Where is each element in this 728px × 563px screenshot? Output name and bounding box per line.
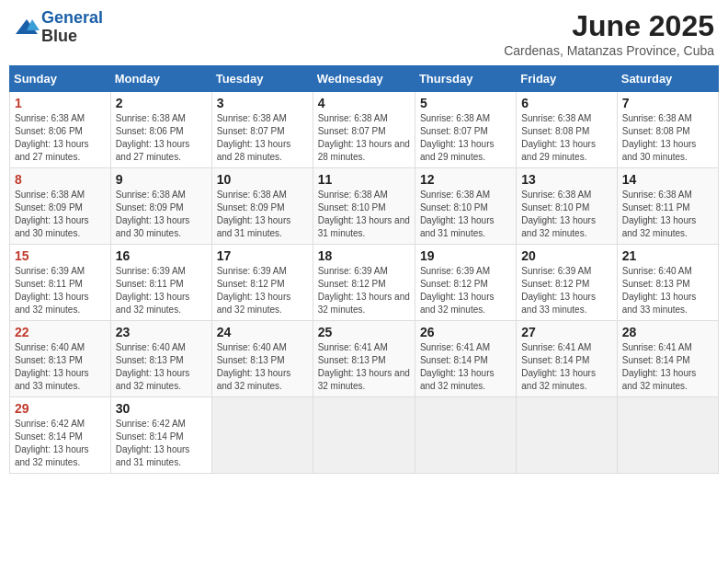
day-info: Sunrise: 6:38 AM Sunset: 8:11 PM Dayligh…	[622, 189, 713, 240]
calendar-day-cell: 2 Sunrise: 6:38 AM Sunset: 8:06 PM Dayli…	[110, 92, 211, 168]
calendar-day-cell: 9 Sunrise: 6:38 AM Sunset: 8:09 PM Dayli…	[110, 168, 211, 245]
calendar-day-cell: 24 Sunrise: 6:40 AM Sunset: 8:13 PM Dayl…	[211, 321, 313, 397]
day-number: 21	[622, 248, 713, 263]
day-number: 28	[622, 325, 713, 339]
day-number: 18	[318, 248, 410, 263]
location-subtitle: Cardenas, Matanzas Province, Cuba	[504, 43, 714, 58]
weekday-header: Wednesday	[313, 66, 415, 92]
day-number: 9	[116, 172, 207, 187]
day-number: 3	[217, 96, 308, 110]
day-number: 14	[622, 172, 713, 187]
calendar-day-cell: 10 Sunrise: 6:38 AM Sunset: 8:09 PM Dayl…	[211, 168, 313, 245]
day-info: Sunrise: 6:38 AM Sunset: 8:09 PM Dayligh…	[116, 189, 207, 240]
calendar-day-cell: 26 Sunrise: 6:41 AM Sunset: 8:14 PM Dayl…	[415, 321, 516, 397]
day-number: 22	[15, 325, 106, 339]
calendar-day-cell: 27 Sunrise: 6:41 AM Sunset: 8:14 PM Dayl…	[517, 321, 617, 397]
calendar-day-cell: 15 Sunrise: 6:39 AM Sunset: 8:11 PM Dayl…	[10, 245, 111, 321]
calendar-day-cell: 25 Sunrise: 6:41 AM Sunset: 8:13 PM Dayl…	[313, 321, 415, 397]
title-block: June 2025 Cardenas, Matanzas Province, C…	[504, 9, 714, 58]
calendar-day-cell: 11 Sunrise: 6:38 AM Sunset: 8:10 PM Dayl…	[313, 168, 415, 245]
weekday-header: Monday	[110, 66, 211, 92]
calendar-week-row: 15 Sunrise: 6:39 AM Sunset: 8:11 PM Dayl…	[10, 245, 719, 321]
calendar-day-cell: 8 Sunrise: 6:38 AM Sunset: 8:09 PM Dayli…	[10, 168, 111, 245]
day-info: Sunrise: 6:38 AM Sunset: 8:10 PM Dayligh…	[420, 189, 511, 240]
day-number: 1	[15, 96, 106, 110]
day-number: 27	[521, 325, 611, 339]
calendar-header-row: SundayMondayTuesdayWednesdayThursdayFrid…	[10, 66, 719, 92]
calendar-day-cell: 19 Sunrise: 6:39 AM Sunset: 8:12 PM Dayl…	[415, 245, 516, 321]
day-info: Sunrise: 6:38 AM Sunset: 8:06 PM Dayligh…	[116, 112, 207, 164]
day-info: Sunrise: 6:39 AM Sunset: 8:11 PM Dayligh…	[15, 265, 106, 316]
calendar-day-cell: 12 Sunrise: 6:38 AM Sunset: 8:10 PM Dayl…	[415, 168, 516, 245]
day-info: Sunrise: 6:38 AM Sunset: 8:07 PM Dayligh…	[217, 112, 308, 164]
day-info: Sunrise: 6:39 AM Sunset: 8:12 PM Dayligh…	[217, 265, 308, 316]
logo-icon	[14, 17, 40, 38]
day-info: Sunrise: 6:38 AM Sunset: 8:06 PM Dayligh…	[15, 112, 106, 164]
day-info: Sunrise: 6:38 AM Sunset: 8:10 PM Dayligh…	[521, 189, 611, 240]
weekday-header: Saturday	[617, 66, 718, 92]
calendar-week-row: 22 Sunrise: 6:40 AM Sunset: 8:13 PM Dayl…	[10, 321, 719, 397]
calendar-day-cell: 20 Sunrise: 6:39 AM Sunset: 8:12 PM Dayl…	[517, 245, 617, 321]
page-header: General Blue June 2025 Cardenas, Matanza…	[9, 9, 719, 58]
day-number: 30	[116, 401, 207, 416]
day-info: Sunrise: 6:39 AM Sunset: 8:12 PM Dayligh…	[420, 265, 511, 316]
calendar-day-cell: 21 Sunrise: 6:40 AM Sunset: 8:13 PM Dayl…	[617, 245, 718, 321]
day-number: 10	[217, 172, 308, 187]
day-number: 26	[420, 325, 511, 339]
day-number: 7	[622, 96, 713, 110]
day-number: 20	[521, 248, 611, 263]
calendar-day-cell: 28 Sunrise: 6:41 AM Sunset: 8:14 PM Dayl…	[617, 321, 718, 397]
day-info: Sunrise: 6:38 AM Sunset: 8:08 PM Dayligh…	[521, 112, 611, 164]
calendar-day-cell: 29 Sunrise: 6:42 AM Sunset: 8:14 PM Dayl…	[10, 397, 111, 474]
calendar-table: SundayMondayTuesdayWednesdayThursdayFrid…	[9, 65, 719, 474]
day-info: Sunrise: 6:39 AM Sunset: 8:12 PM Dayligh…	[521, 265, 611, 316]
day-info: Sunrise: 6:41 AM Sunset: 8:13 PM Dayligh…	[318, 341, 410, 393]
day-number: 12	[420, 172, 511, 187]
day-info: Sunrise: 6:39 AM Sunset: 8:12 PM Dayligh…	[318, 265, 410, 316]
calendar-day-cell: 22 Sunrise: 6:40 AM Sunset: 8:13 PM Dayl…	[10, 321, 111, 397]
day-info: Sunrise: 6:42 AM Sunset: 8:14 PM Dayligh…	[15, 418, 106, 469]
day-number: 4	[318, 96, 410, 110]
calendar-day-cell: 18 Sunrise: 6:39 AM Sunset: 8:12 PM Dayl…	[313, 245, 415, 321]
day-info: Sunrise: 6:40 AM Sunset: 8:13 PM Dayligh…	[15, 341, 106, 393]
calendar-week-row: 8 Sunrise: 6:38 AM Sunset: 8:09 PM Dayli…	[10, 168, 719, 245]
day-info: Sunrise: 6:38 AM Sunset: 8:07 PM Dayligh…	[318, 112, 410, 164]
calendar-day-cell: 17 Sunrise: 6:39 AM Sunset: 8:12 PM Dayl…	[211, 245, 313, 321]
day-info: Sunrise: 6:40 AM Sunset: 8:13 PM Dayligh…	[217, 341, 308, 393]
day-number: 13	[521, 172, 611, 187]
day-info: Sunrise: 6:38 AM Sunset: 8:09 PM Dayligh…	[15, 189, 106, 240]
calendar-day-cell	[415, 397, 516, 474]
weekday-header: Friday	[517, 66, 617, 92]
day-number: 6	[521, 96, 611, 110]
day-info: Sunrise: 6:39 AM Sunset: 8:11 PM Dayligh…	[116, 265, 207, 316]
day-number: 19	[420, 248, 511, 263]
day-info: Sunrise: 6:38 AM Sunset: 8:08 PM Dayligh…	[622, 112, 713, 164]
day-number: 8	[15, 172, 106, 187]
calendar-day-cell: 14 Sunrise: 6:38 AM Sunset: 8:11 PM Dayl…	[617, 168, 718, 245]
calendar-day-cell: 16 Sunrise: 6:39 AM Sunset: 8:11 PM Dayl…	[110, 245, 211, 321]
calendar-week-row: 1 Sunrise: 6:38 AM Sunset: 8:06 PM Dayli…	[10, 92, 719, 168]
day-number: 5	[420, 96, 511, 110]
calendar-day-cell	[617, 397, 718, 474]
weekday-header: Tuesday	[211, 66, 313, 92]
weekday-header: Sunday	[10, 66, 111, 92]
calendar-day-cell: 23 Sunrise: 6:40 AM Sunset: 8:13 PM Dayl…	[110, 321, 211, 397]
day-number: 23	[116, 325, 207, 339]
day-number: 29	[15, 401, 106, 416]
calendar-day-cell: 6 Sunrise: 6:38 AM Sunset: 8:08 PM Dayli…	[517, 92, 617, 168]
day-number: 2	[116, 96, 207, 110]
day-info: Sunrise: 6:38 AM Sunset: 8:10 PM Dayligh…	[318, 189, 410, 240]
calendar-day-cell: 7 Sunrise: 6:38 AM Sunset: 8:08 PM Dayli…	[617, 92, 718, 168]
calendar-week-row: 29 Sunrise: 6:42 AM Sunset: 8:14 PM Dayl…	[10, 397, 719, 474]
day-number: 17	[217, 248, 308, 263]
day-info: Sunrise: 6:40 AM Sunset: 8:13 PM Dayligh…	[622, 265, 713, 316]
calendar-day-cell: 4 Sunrise: 6:38 AM Sunset: 8:07 PM Dayli…	[313, 92, 415, 168]
day-number: 24	[217, 325, 308, 339]
calendar-day-cell	[313, 397, 415, 474]
calendar-day-cell	[517, 397, 617, 474]
logo: General Blue	[14, 9, 103, 46]
day-number: 11	[318, 172, 410, 187]
calendar-day-cell: 1 Sunrise: 6:38 AM Sunset: 8:06 PM Dayli…	[10, 92, 111, 168]
weekday-header: Thursday	[415, 66, 516, 92]
day-info: Sunrise: 6:41 AM Sunset: 8:14 PM Dayligh…	[622, 341, 713, 393]
